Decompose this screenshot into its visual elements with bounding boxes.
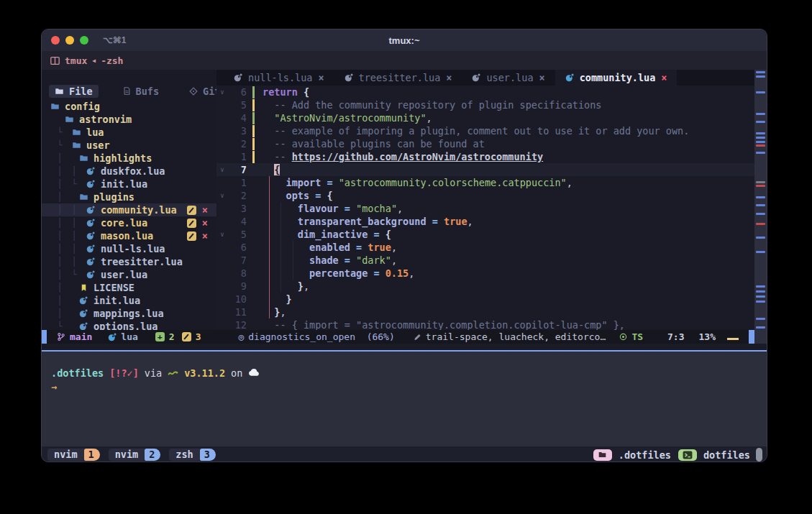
unsaved-close-icon[interactable]: × (202, 217, 208, 229)
code-line[interactable]: 5 -- Add the community repository of plu… (216, 98, 767, 111)
tree-row-astronvim[interactable]: astronvim (42, 113, 216, 126)
minimap-mark (756, 75, 765, 78)
line-number: 10 (228, 293, 247, 305)
tmux-window-nvim-1[interactable]: nvim1 (47, 449, 100, 461)
code-line[interactable]: 6 enabled = true, (216, 241, 767, 254)
code-line[interactable]: ∨5 dim_inactive = { (216, 228, 767, 241)
tree-row-config[interactable]: config (42, 100, 216, 113)
sidebar-tab-file[interactable]: File (49, 85, 99, 98)
code-area[interactable]: ∨6return {5 -- Add the community reposit… (216, 86, 767, 330)
tree-row-plugins[interactable]: │ plugins (42, 191, 216, 203)
tree-row-init.lua[interactable]: │ └ init.lua (42, 178, 216, 191)
code-line[interactable]: 1 import = "astrocommunity.colorscheme.c… (216, 176, 767, 189)
code-text: import = "astrocommunity.colorscheme.cat… (255, 176, 572, 189)
titlebar[interactable]: ⌥⌘1 tmux:~ (42, 29, 767, 51)
tree-row-duskfox.lua[interactable]: │ │ duskfox.lua (42, 165, 216, 178)
buffer-tab-user.lua[interactable]: user.lua× (462, 70, 555, 86)
modified-badge-icon (187, 206, 196, 215)
code-line[interactable]: 2 -- available plugins can be found at (216, 137, 767, 150)
code-line[interactable]: 9 }, (216, 280, 767, 293)
treesitter-segment: TS (619, 331, 643, 342)
lsp-tools-segment[interactable]: trail-space, luacheck, editorco… (414, 331, 606, 342)
sidebar-tab-bufs[interactable]: Bufs (117, 85, 165, 98)
tree-row-lua[interactable]: └ lua (42, 126, 216, 139)
tmux-window-nvim-2[interactable]: nvim2 (109, 449, 161, 461)
code-line[interactable]: ∨6return { (216, 86, 767, 98)
unsaved-close-icon[interactable]: × (202, 230, 208, 242)
code-token: , (467, 216, 473, 227)
tree-guide: │ (70, 257, 78, 267)
scrollbar-minimap[interactable] (754, 70, 767, 344)
tree-guide (49, 114, 56, 124)
code-token: = (345, 254, 350, 266)
buffer-tab-community.lua[interactable]: community.lua× (555, 70, 678, 86)
line-number: 5 (228, 99, 247, 111)
code-token: -- (263, 151, 292, 162)
tree-row-init.lua[interactable]: │ init.lua (42, 294, 216, 307)
code-line[interactable]: 3 flavour = "mocha", (216, 202, 767, 215)
code-line[interactable]: 1 -- https://github.com/AstroNvim/astroc… (216, 150, 767, 163)
prompt-input-line[interactable]: → (51, 380, 767, 393)
sidebar-tab-label: Git (203, 86, 216, 97)
code-token: { (327, 190, 332, 201)
code-token (380, 267, 386, 279)
window-title: tmux:~ (42, 35, 767, 46)
lua-file-icon (78, 296, 89, 305)
lua-file-icon (85, 231, 96, 240)
buffer-close-icon[interactable]: × (661, 72, 667, 83)
code-text: } (255, 293, 292, 306)
code-line[interactable]: 7 shade = "dark", (216, 254, 767, 267)
tree-guide (49, 179, 56, 189)
sidebar-tab-git[interactable]: Git (183, 85, 216, 98)
code-line[interactable]: 11 }, (216, 306, 767, 318)
tree-row-core.lua[interactable]: │ │ core.lua× (42, 216, 216, 229)
buffer-close-icon[interactable]: × (446, 72, 452, 83)
fold-arrow-icon[interactable]: ∨ (216, 166, 228, 173)
tree-row-LICENSE[interactable]: │ LICENSE (42, 281, 216, 294)
code-token: = (373, 229, 379, 240)
tree-row-mason.lua[interactable]: │ │ mason.lua× (42, 229, 216, 242)
code-line[interactable]: 12 -- { import = "astrocommunity.complet… (216, 318, 767, 330)
code-line[interactable]: 4 "AstroNvim/astrocommunity", (216, 111, 767, 124)
editor-main[interactable]: null-ls.lua×treesitter.lua×user.lua×comm… (216, 70, 767, 330)
buffer-tab-null-ls.lua[interactable]: null-ls.lua× (224, 70, 334, 86)
tmux-window-zsh-3[interactable]: zsh3 (169, 449, 216, 461)
git-branch-name: main (70, 331, 92, 342)
code-line[interactable]: 8 percentage = 0.15, (216, 267, 767, 280)
code-line[interactable]: ∨2 opts = { (216, 189, 767, 202)
tree-guide (63, 153, 70, 163)
minimap-mark (756, 295, 765, 298)
diagnostics-segment[interactable]: ◎ diagnostics_on_open (66%) (238, 331, 394, 342)
scrollbar-thumb[interactable] (756, 448, 762, 462)
fold-arrow-icon[interactable]: ∨ (216, 88, 228, 96)
buffer-tab-treesitter.lua[interactable]: treesitter.lua× (334, 70, 462, 86)
buffer-close-icon[interactable]: × (318, 72, 324, 83)
fold-arrow-icon[interactable]: ∨ (216, 192, 228, 199)
minimap-mark (756, 196, 765, 198)
tree-row-null-ls.lua[interactable]: │ │ null-ls.lua (42, 242, 216, 255)
tmux-window-index: 3 (200, 449, 216, 461)
code-line[interactable]: 10 } (216, 293, 767, 306)
buffer-close-icon[interactable]: × (539, 72, 545, 83)
tree-row-community.lua[interactable]: │ │ community.lua× (42, 203, 216, 216)
tree-row-options.lua[interactable]: └ options.lua (42, 320, 216, 330)
tree-row-treesitter.lua[interactable]: │ │ treesitter.lua (42, 255, 216, 268)
tree-guide: │ (56, 231, 63, 241)
code-line[interactable]: 4 transparent_background = true, (216, 215, 767, 228)
code-token: 0.15 (386, 267, 409, 279)
code-line[interactable]: ∨7 { (216, 163, 767, 176)
code-line[interactable]: 3 -- example of imporing a plugin, comme… (216, 124, 767, 137)
git-branch-segment[interactable]: main (57, 331, 92, 342)
line-number: 5 (228, 229, 247, 240)
tree-row-user.lua[interactable]: │ └ user.lua (42, 268, 216, 281)
neotree-sidebar[interactable]: FileBufsGit config astronvim └ lua └ use… (42, 70, 216, 330)
buffer-tab-label: treesitter.lua (359, 72, 441, 83)
tree-row-user[interactable]: └ user (42, 139, 216, 152)
git-changed-count: 3 (196, 331, 201, 342)
tree-row-highlights[interactable]: │ highlights (42, 152, 216, 165)
fold-arrow-icon[interactable]: ∨ (216, 231, 228, 238)
minimap-mark (756, 181, 765, 183)
unsaved-close-icon[interactable]: × (202, 204, 208, 216)
tree-row-mappings.lua[interactable]: │ mappings.lua (42, 307, 216, 320)
shell-pane[interactable]: .dotfiles [!?✓] via v3.11.2 on → (42, 352, 767, 446)
